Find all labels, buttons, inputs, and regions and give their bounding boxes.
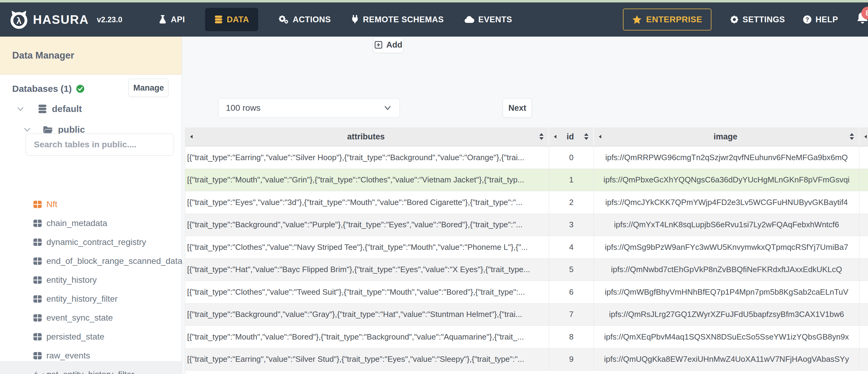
table-row-partial [185, 371, 868, 374]
sidebar-title: Data Manager [12, 50, 74, 61]
image-cell: ipfs://QmXEqPbvM4aq1SQSXN8DSuEcSo5SseYW1… [594, 326, 860, 348]
cloud-icon [464, 15, 474, 24]
sidebar-item-end-of-block-range-scanned-data[interactable]: end_of_block_range_scanned_data [33, 256, 182, 266]
nav-items: API DATA [158, 8, 533, 31]
image-cell: ipfs://QmRsJLrg27GQ1ZWyrXZFuJFdU5bapfzsy… [594, 304, 860, 326]
table-icon [33, 314, 42, 322]
table-row[interactable]: [{"trait_type":"Clothes","value":"Navy S… [185, 236, 868, 259]
column-label: id [558, 132, 583, 142]
collapse-column-icon[interactable] [553, 134, 558, 139]
table-row[interactable]: [{"trait_type":"Hat","value":"Bayc Flipp… [185, 259, 868, 281]
settings-button[interactable]: SETTINGS [730, 15, 785, 24]
sidebar-title-band: Data Manager [0, 37, 182, 75]
search-tables-input[interactable] [26, 134, 174, 156]
brand-group[interactable]: λ HASURA v2.23.0 [9, 10, 122, 29]
folder-open-icon [43, 125, 53, 134]
sidebar-item-label: event_sync_state [46, 313, 113, 323]
table-icon [33, 200, 42, 209]
sort-icon[interactable] [848, 132, 855, 141]
databases-row: Databases (1) Manage [0, 79, 182, 99]
nav-item-remote-schemas[interactable]: REMOTE SCHEMAS [351, 14, 444, 24]
table-row[interactable]: [{"trait_type":"Background","value":"Gra… [185, 304, 868, 326]
id-cell: 3 [549, 214, 594, 236]
nav-item-api[interactable]: API [158, 14, 185, 24]
sort-icon[interactable] [583, 132, 590, 141]
sidebar-item-label: end_of_block_range_scanned_data [46, 256, 182, 266]
column-header-image: image [594, 127, 860, 146]
image-cell: ipfs://QmSg9bPzW9anFYc3wWU5KnvymwkxQTpmq… [594, 236, 860, 258]
table-row[interactable]: [{"trait_type":"Clothes","value":"Tweed … [185, 281, 868, 304]
partial-cell [860, 214, 868, 236]
attributes-cell: [{"trait_type":"Earring","value":"Silver… [185, 147, 549, 169]
id-cell: 2 [549, 191, 594, 214]
column-label: image [602, 132, 848, 142]
collapse-column-icon[interactable] [189, 134, 194, 139]
table-row[interactable]: [{"trait_type":"Background","value":"Pur… [185, 214, 868, 237]
sidebar-item-label: entity_history_filter [46, 294, 118, 304]
plug-icon [351, 14, 359, 24]
top-strip [0, 0, 868, 2]
sidebar-item-nft[interactable]: Nft [33, 199, 57, 209]
sidebar-item-persisted-state[interactable]: persisted_state [33, 332, 104, 342]
image-cell: ipfs://QmWBgfBhyVmHNhBfEQ7p1P4Mpn7pm5b8K… [594, 281, 860, 303]
rows-per-page-select[interactable]: 100 rows [218, 98, 400, 118]
id-cell: 9 [549, 348, 594, 371]
nav-item-label: API [171, 15, 185, 24]
rows-select-value: 100 rows [226, 103, 261, 113]
attributes-cell: [{"trait_type":"Background","value":"Pur… [185, 214, 549, 236]
sidebar-item-label: get_entity_history_filter [46, 370, 134, 374]
star-icon [632, 15, 642, 24]
help-label: HELP [815, 15, 838, 24]
chevron-down-icon[interactable] [17, 105, 24, 112]
partial-cell [860, 348, 868, 371]
table-row[interactable]: [{"trait_type":"Mouth","value":"Bored"},… [185, 326, 868, 348]
sidebar-item-label: Nft [46, 199, 57, 209]
table-header-row: attributes id image [185, 127, 868, 147]
partial-cell [860, 326, 868, 348]
sort-icon[interactable] [538, 132, 545, 141]
next-page-button[interactable]: Next [503, 98, 532, 118]
chevron-down-icon[interactable] [23, 126, 31, 133]
sidebar-item-entity-history-filter[interactable]: entity_history_filter [33, 294, 118, 304]
data-table: attributes id image [185, 127, 868, 374]
notifications-button[interactable]: 8 [856, 10, 868, 29]
nav-item-data[interactable]: DATA [205, 8, 258, 31]
question-icon: ? [803, 15, 812, 24]
sidebar-item-get-entity-history-filter[interactable]: f x get_entity_history_filter [33, 370, 134, 374]
sidebar-item-event-sync-state[interactable]: event_sync_state [33, 313, 113, 323]
help-button[interactable]: ? HELP [803, 15, 838, 24]
svg-text:?: ? [805, 16, 809, 23]
column-header-id: id [549, 127, 594, 146]
table-row[interactable]: [{"trait_type":"Mouth","value":"Grin"},{… [185, 169, 868, 192]
table-icon [33, 333, 42, 341]
collapse-column-icon[interactable] [597, 134, 602, 139]
sidebar-item-dynamic-contract-registry[interactable]: dynamic_contract_registry [33, 237, 146, 247]
sidebar-item-entity-history[interactable]: entity_history [33, 275, 97, 285]
table-row[interactable]: [{"trait_type":"Earring","value":"Silver… [185, 348, 868, 371]
attributes-cell: [{"trait_type":"Mouth","value":"Grin"},{… [185, 169, 549, 191]
sidebar-item-chain-metadata[interactable]: chain_metadata [33, 218, 107, 228]
nav-item-actions[interactable]: ACTIONS [278, 14, 331, 24]
brand-title: HASURA [33, 13, 89, 27]
manage-button[interactable]: Manage [128, 79, 169, 97]
tree-node-public[interactable]: public [23, 124, 85, 135]
sidebar-item-raw-events[interactable]: raw_events [33, 351, 90, 361]
partial-cell [860, 281, 868, 303]
image-cell: ipfs://QmcJYkCKK7QPmYWjp4FD2e3Lv5WCGFuHN… [594, 191, 860, 214]
enterprise-button[interactable]: ENTERPRISE [623, 8, 711, 31]
table-row[interactable]: [{"trait_type":"Earring","value":"Silver… [185, 147, 868, 169]
svg-text:λ: λ [17, 15, 22, 26]
enterprise-label: ENTERPRISE [646, 14, 702, 24]
partial-cell [860, 169, 868, 191]
id-cell: 0 [549, 147, 594, 169]
nav-item-events[interactable]: EVENTS [464, 15, 512, 24]
gears-icon [278, 14, 289, 24]
tree-node-default[interactable]: default [17, 104, 82, 114]
table-icon [33, 257, 42, 266]
hasura-logo-icon: λ [9, 10, 29, 29]
collapse-column-icon[interactable] [863, 134, 868, 139]
table-row[interactable]: [{"trait_type":"Eyes","value":"3d"},{"tr… [185, 191, 868, 214]
add-button[interactable]: Add [373, 37, 403, 53]
partial-cell [860, 304, 868, 326]
id-cell: 5 [549, 259, 594, 281]
